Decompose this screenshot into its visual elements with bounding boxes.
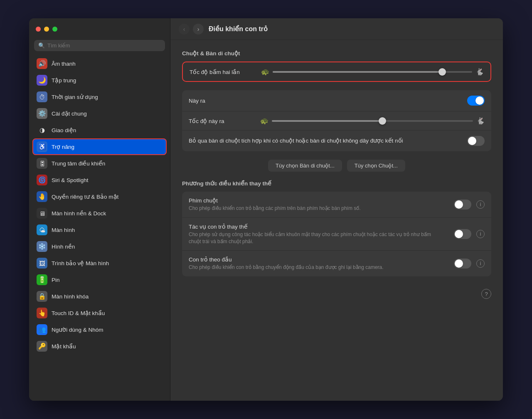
sidebar-item-man-hinh-khoa[interactable]: 🔒Màn hình khóa: [32, 288, 167, 305]
mouse-options-button[interactable]: Tùy chọn Chuột...: [347, 160, 405, 172]
fast-icon2: 🐇: [476, 117, 485, 125]
tap-trung-label: Tập trung: [52, 77, 76, 84]
minimize-button[interactable]: [44, 27, 49, 32]
sidebar-item-trung-tam-dieu-khien[interactable]: 🎛Trung tâm điều khiển: [32, 155, 167, 172]
head-pointer-knob: [455, 259, 463, 268]
sidebar-list: 🔊Âm thanh🌙Tập trung⏱Thời gian sử dụng⚙️C…: [29, 55, 170, 401]
sidebar-item-mat-khau[interactable]: 🔑Mật khẩu: [32, 338, 167, 355]
mouse-keys-knob: [455, 200, 463, 209]
head-pointer-sublabel: Cho phép điều khiển con trỏ bằng chuyển …: [189, 264, 444, 271]
spring-speed-track[interactable]: [272, 120, 473, 122]
alt-pointer-toggle[interactable]: [454, 229, 471, 239]
maximize-button[interactable]: [52, 27, 57, 32]
close-button[interactable]: [36, 27, 41, 32]
man-hinh-icon: 🌤: [37, 224, 47, 235]
double-click-speed-slider-area: 🐢 🐇: [261, 68, 484, 76]
sidebar-item-hinh-nen[interactable]: ❄️Hình nền: [32, 238, 167, 255]
spring-toggle-knob: [475, 96, 484, 105]
sidebar-item-tro-nang[interactable]: ♿Trợ năng: [32, 138, 167, 155]
spring-row: Này ra: [182, 90, 491, 111]
main-titlebar: ‹ › Điều khiển con trỏ: [170, 18, 503, 40]
tro-nang-label: Trợ năng: [52, 143, 74, 150]
spring-toggle[interactable]: [467, 96, 485, 106]
mouse-keys-info[interactable]: i: [476, 200, 485, 209]
sidebar-item-tap-trung[interactable]: 🌙Tập trung: [32, 72, 167, 89]
tap-trung-icon: 🌙: [37, 75, 47, 86]
alt-pointer-sublabel: Cho phép sử dụng công tác hoặc biểu cảm …: [189, 231, 444, 245]
alt-pointer-block: Tác vụ con trỏ thay thế Cho phép sử dụng…: [189, 223, 444, 245]
mouse-keys-toggle[interactable]: [454, 200, 471, 210]
spring-speed-slider-area: 🐢 🐇: [260, 117, 485, 125]
thoi-gian-su-dung-icon: ⏱: [37, 91, 47, 102]
tro-nang-icon: ♿: [37, 141, 47, 152]
mouse-keys-sublabel: Cho phép điều khiển con trỏ bằng các phí…: [189, 205, 444, 212]
trinh-bao-ve-icon: 🖼: [37, 258, 47, 269]
mouse-keys-row: Phím chuột Cho phép điều khiển con trỏ b…: [182, 192, 491, 218]
spring-speed-label: Tốc độ này ra: [189, 118, 255, 124]
forward-button[interactable]: ›: [193, 24, 204, 35]
head-pointer-row: Con trỏ theo đầu Cho phép điều khiển con…: [182, 251, 491, 276]
quyen-rieng-tu-label: Quyền riêng tư & Bảo mật: [52, 193, 118, 200]
touch-id-label: Touch ID & Mật khẩu: [52, 310, 105, 316]
buttons-row: Tùy chọn Bàn di chuột... Tùy chọn Chuột.…: [182, 160, 491, 172]
double-click-speed-track[interactable]: [273, 71, 472, 73]
main-content: Chuột & Bàn di chuột Tốc độ bấm hai lần …: [170, 40, 503, 401]
sidebar-item-pin[interactable]: 🔋Pin: [32, 271, 167, 288]
sidebar-item-cai-dat-chung[interactable]: ⚙️Cài đặt chung: [32, 105, 167, 122]
giao-dien-label: Giao diện: [52, 127, 76, 133]
titlebar: [29, 18, 170, 40]
mat-khau-label: Mật khẩu: [52, 343, 76, 350]
trackpad-options-button[interactable]: Tùy chọn Bàn di chuột...: [268, 160, 342, 172]
am-thanh-icon: 🔊: [37, 58, 47, 69]
head-pointer-toggle[interactable]: [454, 259, 471, 269]
double-click-speed-label: Tốc độ bấm hai lần: [190, 69, 256, 75]
man-hinh-label: Màn hình: [52, 227, 75, 233]
man-hinh-khoa-icon: 🔒: [37, 291, 47, 302]
sidebar-item-man-hinh[interactable]: 🌤Màn hình: [32, 222, 167, 238]
hinh-nen-label: Hình nền: [52, 243, 75, 250]
search-icon: 🔍: [38, 42, 45, 49]
ignore-trackpad-knob: [468, 137, 476, 145]
man-hinh-nen-dock-label: Màn hình nền & Dock: [52, 210, 106, 217]
main-panel: ‹ › Điều khiển con trỏ Chuột & Bàn di ch…: [170, 18, 503, 401]
sidebar-item-am-thanh[interactable]: 🔊Âm thanh: [32, 55, 167, 72]
head-pointer-info[interactable]: i: [476, 259, 485, 268]
search-input[interactable]: [47, 42, 161, 49]
am-thanh-label: Âm thanh: [52, 61, 76, 67]
double-click-speed-card: Tốc độ bấm hai lần 🐢 🐇: [182, 62, 491, 82]
pin-icon: 🔋: [37, 274, 47, 285]
slow-icon: 🐢: [261, 68, 269, 76]
trinh-bao-ve-label: Trình bảo vệ Màn hình: [52, 260, 109, 266]
sidebar-item-touch-id[interactable]: 👆Touch ID & Mật khẩu: [32, 305, 167, 321]
help-button[interactable]: ?: [481, 289, 491, 299]
sidebar-item-giao-dien[interactable]: ◑Giao diện: [32, 122, 167, 138]
mouse-keys-block: Phím chuột Cho phép điều khiển con trỏ b…: [189, 197, 444, 212]
section2-title: Phương thức điều khiển thay thế: [182, 180, 491, 187]
main-window: 🔍 🔊Âm thanh🌙Tập trung⏱Thời gian sử dụng⚙…: [29, 18, 503, 401]
alt-pointer-info[interactable]: i: [476, 230, 485, 238]
back-button[interactable]: ‹: [179, 24, 190, 35]
sidebar-item-quyen-rieng-tu[interactable]: 🤚Quyền riêng tư & Bảo mật: [32, 188, 167, 205]
head-pointer-label: Con trỏ theo đầu: [189, 256, 444, 263]
sidebar-item-siri-spotlight[interactable]: 🌀Siri & Spotlight: [32, 172, 167, 188]
sidebar-item-thoi-gian-su-dung[interactable]: ⏱Thời gian sử dụng: [32, 89, 167, 105]
ignore-trackpad-toggle[interactable]: [467, 136, 485, 146]
quyen-rieng-tu-icon: 🤚: [37, 191, 47, 202]
section1-title: Chuột & Bàn di chuột: [182, 50, 491, 57]
siri-spotlight-label: Siri & Spotlight: [52, 177, 89, 183]
cai-dat-chung-icon: ⚙️: [37, 108, 47, 119]
pin-label: Pin: [52, 277, 60, 283]
touch-id-icon: 👆: [37, 308, 47, 318]
search-bar: 🔍: [34, 40, 165, 51]
page-title: Điều khiển con trỏ: [209, 25, 268, 33]
nguoi-dung-icon: 👥: [37, 324, 47, 335]
mouse-trackpad-card: Này ra Tốc độ này ra 🐢 🐇: [182, 90, 491, 151]
thoi-gian-su-dung-label: Thời gian sử dụng: [52, 94, 98, 100]
sidebar-item-man-hinh-nen-dock[interactable]: 🖥Màn hình nền & Dock: [32, 205, 167, 222]
sidebar-item-trinh-bao-ve[interactable]: 🖼Trình bảo vệ Màn hình: [32, 255, 167, 271]
sidebar-item-nguoi-dung[interactable]: 👥Người dùng & Nhóm: [32, 321, 167, 338]
alt-pointer-knob: [455, 230, 463, 238]
ignore-trackpad-row: Bỏ qua bàn di chuột tích hợp khi có chuộ…: [182, 131, 491, 151]
mat-khau-icon: 🔑: [37, 341, 47, 352]
giao-dien-icon: ◑: [37, 125, 47, 136]
